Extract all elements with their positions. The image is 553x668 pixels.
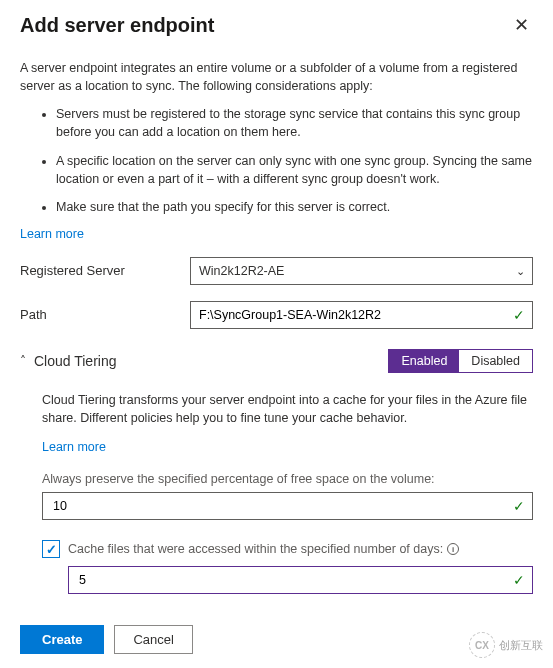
cache-days-input[interactable]: [68, 566, 533, 594]
bullet-item: Make sure that the path you specify for …: [56, 198, 533, 216]
disabled-toggle-button[interactable]: Disabled: [459, 350, 532, 372]
create-button[interactable]: Create: [20, 625, 104, 654]
path-label: Path: [20, 307, 190, 322]
chevron-up-icon: ˄: [20, 354, 26, 368]
free-space-input[interactable]: [42, 492, 533, 520]
free-space-label: Always preserve the specified percentage…: [42, 472, 533, 486]
cloud-tiering-title: Cloud Tiering: [34, 353, 117, 369]
close-icon: ✕: [514, 15, 529, 35]
cancel-button[interactable]: Cancel: [114, 625, 192, 654]
learn-more-link[interactable]: Learn more: [20, 227, 84, 241]
bullet-item: A specific location on the server can on…: [56, 152, 533, 188]
cloud-tiering-description: Cloud Tiering transforms your server end…: [42, 391, 533, 427]
bullet-item: Servers must be registered to the storag…: [56, 105, 533, 141]
close-button[interactable]: ✕: [510, 14, 533, 36]
cache-days-checkbox[interactable]: ✓: [42, 540, 60, 558]
watermark-logo-icon: CX: [469, 632, 495, 658]
cloud-tiering-toggle: Enabled Disabled: [388, 349, 533, 373]
panel-title: Add server endpoint: [20, 14, 214, 37]
intro-bullet-list: Servers must be registered to the storag…: [20, 105, 533, 216]
intro-description: A server endpoint integrates an entire v…: [20, 59, 533, 95]
watermark-text: 创新互联: [499, 638, 543, 653]
registered-server-label: Registered Server: [20, 263, 190, 278]
cloud-tiering-toggle-header[interactable]: ˄ Cloud Tiering: [20, 353, 117, 369]
cloud-tiering-learn-more-link[interactable]: Learn more: [42, 440, 106, 454]
check-icon: ✓: [46, 542, 57, 557]
watermark: CX 创新互联: [469, 632, 543, 658]
cache-days-label: Cache files that were accessed within th…: [68, 542, 459, 556]
path-input[interactable]: [190, 301, 533, 329]
registered-server-select[interactable]: Win2k12R2-AE ⌄: [190, 257, 533, 285]
enabled-toggle-button[interactable]: Enabled: [389, 350, 459, 372]
info-icon[interactable]: i: [447, 543, 459, 555]
registered-server-value: Win2k12R2-AE: [199, 264, 284, 278]
